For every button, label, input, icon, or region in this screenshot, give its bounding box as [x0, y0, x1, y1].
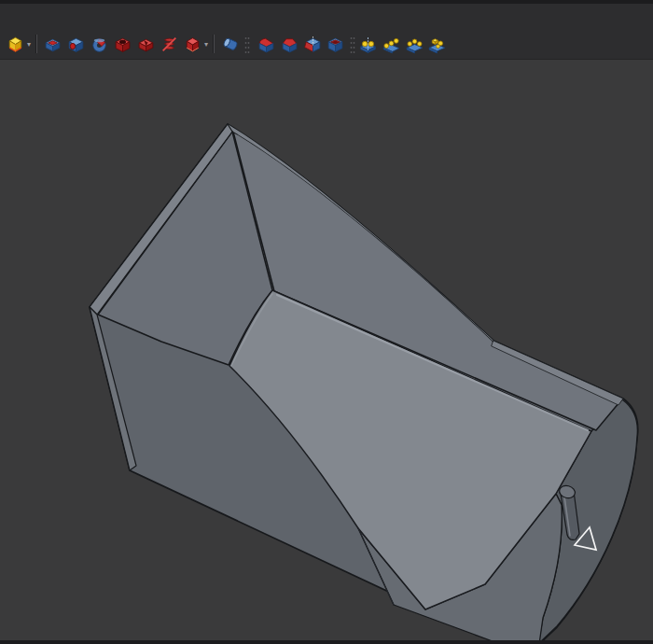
cylinder-primitive-button[interactable]	[220, 34, 241, 54]
subtractive-box-icon	[183, 35, 202, 54]
toolbar-drag-handle	[350, 35, 355, 55]
revolution-icon	[90, 35, 109, 54]
pad-icon	[43, 35, 63, 54]
multitransform-button[interactable]	[426, 34, 447, 54]
linear-pattern-icon	[382, 35, 401, 54]
toolbar-separator	[35, 35, 37, 53]
draft-icon	[303, 35, 323, 54]
thickness-button[interactable]	[325, 34, 345, 54]
window-bottom-strip	[0, 640, 653, 644]
pocket-icon	[66, 35, 86, 54]
part-design-toolbar: ▾	[0, 4, 653, 60]
mirrored-button[interactable]	[357, 34, 378, 54]
mirrored-icon	[358, 35, 378, 54]
polar-pattern-icon	[405, 35, 424, 54]
toolbar-drag-handle	[244, 35, 250, 55]
groove-icon	[136, 35, 156, 54]
pocket-button[interactable]	[65, 34, 86, 54]
window-top-strip	[0, 0, 653, 4]
fillet-icon	[257, 35, 276, 54]
toolbar-separator	[213, 35, 215, 53]
additive-box-dropdown-arrow[interactable]: ▾	[24, 41, 34, 49]
3d-viewport[interactable]	[0, 0, 653, 644]
fillet-button[interactable]	[256, 34, 276, 54]
linear-pattern-button[interactable]	[381, 34, 401, 54]
subtractive-box-button[interactable]	[182, 34, 202, 54]
subtractive-box-dropdown-arrow[interactable]: ▾	[201, 41, 211, 49]
pad-button[interactable]	[42, 34, 63, 54]
multitransform-icon	[427, 35, 447, 54]
chamfer-icon	[280, 35, 299, 54]
chamfer-button[interactable]	[279, 34, 299, 54]
additive-box-button[interactable]	[5, 34, 25, 54]
groove-button[interactable]	[135, 34, 156, 54]
cad-application-window: { "window": { "top_strip_color": "#1c1c1…	[0, 0, 653, 644]
hole-button[interactable]	[112, 34, 132, 54]
hole-icon	[113, 35, 132, 54]
model-view	[0, 0, 653, 644]
polar-pattern-button[interactable]	[404, 34, 424, 54]
thickness-icon	[326, 35, 345, 54]
subtractive-helix-icon	[160, 35, 179, 54]
cylinder-primitive-icon	[221, 35, 241, 54]
revolution-button[interactable]	[89, 34, 109, 54]
additive-box-icon	[6, 35, 25, 54]
subtractive-helix-button[interactable]	[159, 34, 179, 54]
draft-button[interactable]	[302, 34, 323, 54]
